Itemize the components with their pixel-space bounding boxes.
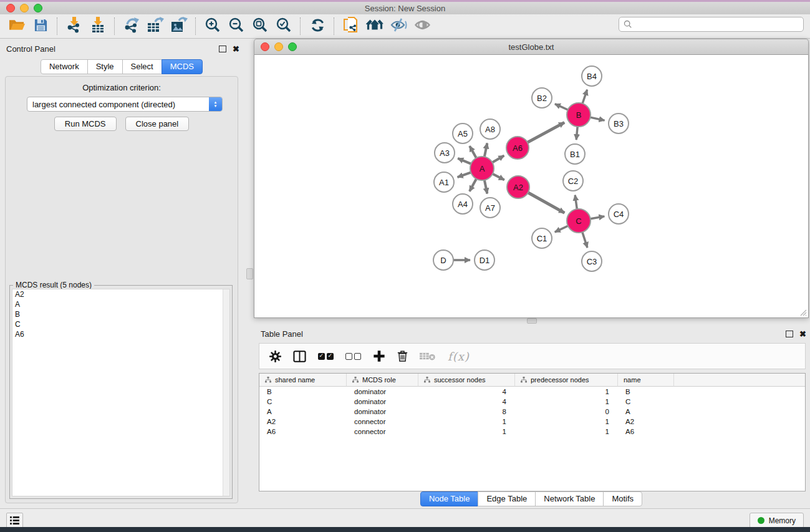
- minimize-network-window-button[interactable]: [274, 42, 283, 51]
- tab-node-table[interactable]: Node Table: [420, 491, 479, 506]
- mcds-result-item[interactable]: A: [12, 299, 229, 309]
- mcds-result-list[interactable]: A2ABCA6: [12, 289, 230, 496]
- node-B1[interactable]: B1: [565, 144, 585, 164]
- network-graph[interactable]: ABCA6A2A1A3A4A5A7A8B1B2B3B4C1C2C3C4DD1: [254, 55, 808, 317]
- memory-button[interactable]: Memory: [750, 513, 804, 528]
- edge-C-C2[interactable]: [575, 195, 577, 210]
- edge-A6-B[interactable]: [527, 122, 564, 143]
- edge-C-C3[interactable]: [582, 231, 587, 248]
- node-A6[interactable]: A6: [506, 137, 529, 159]
- node-B2[interactable]: B2: [532, 88, 552, 108]
- edge-A-A1[interactable]: [458, 172, 471, 177]
- tab-network-table[interactable]: Network Table: [535, 491, 604, 506]
- split-view-icon[interactable]: [293, 351, 306, 362]
- zoom-selected-button[interactable]: [272, 16, 296, 36]
- close-table-panel-icon[interactable]: ✖: [799, 330, 806, 338]
- edge-A-A2[interactable]: [492, 173, 504, 180]
- node-A1[interactable]: A1: [434, 172, 454, 192]
- mcds-result-item[interactable]: A6: [12, 329, 229, 339]
- mcds-result-item[interactable]: A2: [12, 289, 229, 299]
- edge-B-B2[interactable]: [555, 104, 569, 110]
- column-header-successor-nodes[interactable]: successor nodes: [418, 374, 515, 387]
- edge-A-A6[interactable]: [492, 156, 504, 163]
- home-layout-button[interactable]: [363, 16, 387, 36]
- column-header-MCDS-role[interactable]: MCDS role: [347, 374, 418, 387]
- minimize-window-button[interactable]: [20, 4, 29, 12]
- column-header-name[interactable]: name: [618, 374, 674, 387]
- table-row[interactable]: A2connector11A2: [259, 417, 805, 427]
- edge-A2-C[interactable]: [528, 192, 564, 213]
- node-A4[interactable]: A4: [453, 194, 473, 214]
- select-all-columns-icon[interactable]: [318, 353, 334, 360]
- node-D1[interactable]: D1: [475, 250, 494, 270]
- node-A2[interactable]: A2: [507, 176, 529, 198]
- network-canvas[interactable]: ABCA6A2A1A3A4A5A7A8B1B2B3B4C1C2C3C4DD1: [254, 55, 809, 318]
- delete-columns-icon[interactable]: [397, 350, 408, 362]
- tab-edge-table[interactable]: Edge Table: [478, 491, 536, 506]
- node-B3[interactable]: B3: [609, 114, 629, 133]
- horizontal-divider-handle[interactable]: [527, 318, 537, 324]
- tab-motifs[interactable]: Motifs: [603, 491, 642, 506]
- node-C3[interactable]: C3: [582, 251, 602, 271]
- edge-A-A7[interactable]: [485, 180, 488, 194]
- deselect-all-columns-icon[interactable]: [345, 353, 361, 360]
- node-A[interactable]: A: [470, 157, 494, 180]
- table-row[interactable]: A6connector11A6: [259, 427, 805, 437]
- tab-network[interactable]: Network: [41, 59, 88, 74]
- edge-C-C4[interactable]: [590, 216, 605, 219]
- node-A7[interactable]: A7: [480, 198, 500, 218]
- zoom-network-window-button[interactable]: [288, 42, 297, 51]
- node-A8[interactable]: A8: [480, 119, 500, 139]
- vertical-divider-handle[interactable]: [246, 268, 253, 279]
- column-header-shared-name[interactable]: shared name: [259, 374, 347, 387]
- edge-A-A3[interactable]: [458, 158, 471, 164]
- zoom-fit-button[interactable]: [248, 16, 272, 36]
- import-table-button[interactable]: [86, 16, 110, 36]
- edge-B-B1[interactable]: [576, 126, 577, 140]
- zoom-in-button[interactable]: [201, 16, 224, 36]
- column-header-predecessor-nodes[interactable]: predecessor nodes: [515, 374, 618, 387]
- open-file-button[interactable]: [5, 16, 29, 36]
- close-panel-button[interactable]: Close panel: [125, 117, 190, 131]
- tab-select[interactable]: Select: [122, 59, 162, 74]
- show-graphics-details-button[interactable]: [410, 16, 434, 36]
- save-session-button[interactable]: [29, 16, 52, 36]
- node-C1[interactable]: C1: [532, 228, 552, 248]
- node-D[interactable]: D: [433, 250, 453, 270]
- criterion-select[interactable]: largest connected component (directed) ▲…: [27, 97, 223, 112]
- mcds-result-item[interactable]: C: [12, 319, 229, 329]
- node-C4[interactable]: C4: [609, 204, 629, 224]
- table-row[interactable]: Cdominator41C: [259, 397, 805, 407]
- search-input[interactable]: [635, 18, 803, 31]
- close-network-window-button[interactable]: [261, 42, 269, 51]
- float-panel-icon[interactable]: [219, 46, 226, 52]
- export-network-button[interactable]: [120, 16, 143, 36]
- edge-B-B3[interactable]: [590, 117, 605, 120]
- float-table-panel-icon[interactable]: [786, 331, 793, 337]
- close-window-button[interactable]: [6, 4, 15, 12]
- edge-A-A4[interactable]: [470, 178, 476, 191]
- resize-grip-icon[interactable]: [798, 307, 807, 316]
- zoom-out-button[interactable]: [224, 16, 248, 36]
- node-A5[interactable]: A5: [453, 123, 473, 143]
- mcds-list-scrollbar[interactable]: [223, 289, 229, 496]
- run-mcds-button[interactable]: Run MCDS: [54, 117, 117, 131]
- node-table[interactable]: shared nameMCDS rolesuccessor nodesprede…: [259, 373, 806, 491]
- node-C2[interactable]: C2: [563, 171, 583, 191]
- clone-network-button[interactable]: [339, 16, 363, 36]
- edge-C-C1[interactable]: [555, 226, 569, 232]
- tab-style[interactable]: Style: [87, 59, 123, 74]
- function-builder-icon[interactable]: f(x): [448, 350, 470, 363]
- node-B[interactable]: B: [567, 103, 591, 127]
- edge-B-B4[interactable]: [582, 90, 587, 104]
- zoom-window-button[interactable]: [34, 4, 42, 12]
- hide-graphics-details-button[interactable]: [387, 16, 410, 36]
- settings-gear-icon[interactable]: [269, 351, 281, 362]
- network-window-titlebar[interactable]: testGlobe.txt: [254, 39, 809, 55]
- export-table-button[interactable]: [143, 16, 167, 36]
- refresh-layout-button[interactable]: [306, 16, 329, 36]
- table-row[interactable]: Bdominator41B: [259, 387, 805, 397]
- show-panels-button[interactable]: [6, 513, 23, 528]
- node-A3[interactable]: A3: [435, 143, 455, 163]
- tab-mcds[interactable]: MCDS: [162, 59, 203, 74]
